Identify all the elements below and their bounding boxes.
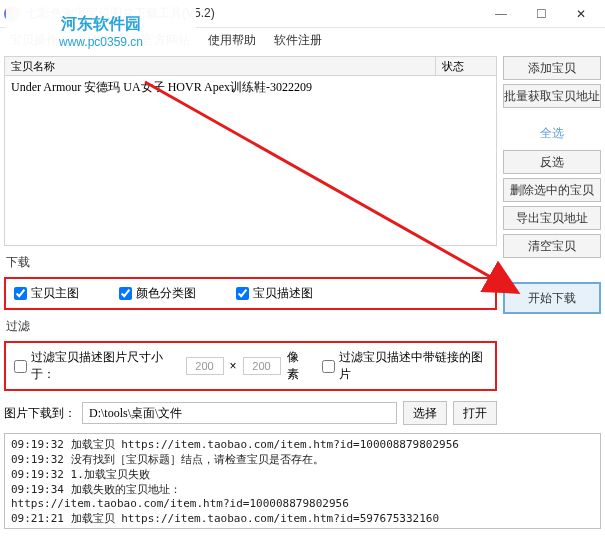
titlebar: 七彩色淘宝宝贝图片下载工具(V5.2) — ☐ ✕ [0, 0, 605, 28]
export-addresses-button[interactable]: 导出宝贝地址 [503, 206, 601, 230]
batch-get-button[interactable]: 批量获取宝贝地址 [503, 84, 601, 108]
column-status[interactable]: 状态 [436, 57, 496, 75]
path-label: 图片下载到： [4, 405, 76, 422]
checkbox-main-images[interactable]: 宝贝主图 [14, 285, 79, 302]
sidebar: 添加宝贝 批量获取宝贝地址 全选 反选 删除选中的宝贝 导出宝贝地址 清空宝贝 … [503, 56, 601, 425]
minimize-button[interactable]: — [481, 2, 521, 26]
item-list[interactable]: Under Armour 安德玛 UA女子 HOVR Apex训练鞋-30222… [4, 76, 497, 246]
select-path-button[interactable]: 选择 [403, 401, 447, 425]
checkbox-desc-images[interactable]: 宝贝描述图 [236, 285, 313, 302]
log-line: 09:19:34 加载失败的宝贝地址： [11, 483, 181, 496]
filter-section-label: 过滤 [4, 316, 497, 335]
menubar: 宝贝操作 关闭软件 官方网站 使用帮助 软件注册 [0, 28, 605, 52]
start-download-button[interactable]: 开始下载 [503, 282, 601, 314]
list-item[interactable]: Under Armour 安德玛 UA女子 HOVR Apex训练鞋-30222… [5, 76, 496, 99]
log-line: 09:21:22 Under Armour 安德玛 UA女子 HOVR Apex… [11, 527, 384, 529]
path-row: 图片下载到： 选择 打开 [4, 401, 497, 425]
invert-selection-button[interactable]: 反选 [503, 150, 601, 174]
menu-item-actions[interactable]: 宝贝操作 [10, 32, 58, 49]
list-header: 宝贝名称 状态 [4, 56, 497, 76]
window-title: 七彩色淘宝宝贝图片下载工具(V5.2) [26, 5, 481, 22]
download-section-label: 下载 [4, 252, 497, 271]
log-line: 09:19:32 没有找到［宝贝标题］结点，请检查宝贝是否存在。 [11, 453, 324, 466]
checkbox-color-images-input[interactable] [119, 287, 132, 300]
filter-options-box: 过滤宝贝描述图片尺寸小于： × 像素 过滤宝贝描述中带链接的图片 [4, 341, 497, 391]
maximize-button[interactable]: ☐ [521, 2, 561, 26]
app-icon [4, 6, 20, 22]
checkbox-filter-size-input[interactable] [14, 360, 27, 373]
menu-item-website[interactable]: 官方网站 [142, 32, 190, 49]
add-item-button[interactable]: 添加宝贝 [503, 56, 601, 80]
menu-item-close[interactable]: 关闭软件 [76, 32, 124, 49]
checkbox-filter-size[interactable]: 过滤宝贝描述图片尺寸小于： [14, 349, 180, 383]
times-label: × [230, 359, 237, 373]
log-line: https://item.taobao.com/item.htm?id=1000… [11, 497, 349, 510]
delete-selected-button[interactable]: 删除选中的宝贝 [503, 178, 601, 202]
close-button[interactable]: ✕ [561, 2, 601, 26]
checkbox-desc-images-input[interactable] [236, 287, 249, 300]
checkbox-filter-links[interactable]: 过滤宝贝描述中带链接的图片 [322, 349, 488, 383]
download-path-input[interactable] [82, 402, 397, 424]
download-options-box: 宝贝主图 颜色分类图 宝贝描述图 [4, 277, 497, 310]
checkbox-filter-links-input[interactable] [322, 360, 335, 373]
log-line: 09:19:32 1.加载宝贝失败 [11, 468, 150, 481]
menu-item-register[interactable]: 软件注册 [274, 32, 322, 49]
open-path-button[interactable]: 打开 [453, 401, 497, 425]
column-name[interactable]: 宝贝名称 [5, 57, 436, 75]
checkbox-main-images-input[interactable] [14, 287, 27, 300]
log-output[interactable]: 09:19:32 加载宝贝 https://item.taobao.com/it… [4, 433, 601, 529]
filter-height-input[interactable] [243, 357, 281, 375]
filter-width-input[interactable] [186, 357, 224, 375]
select-all-link[interactable]: 全选 [503, 122, 601, 146]
checkbox-color-images[interactable]: 颜色分类图 [119, 285, 196, 302]
menu-item-help[interactable]: 使用帮助 [208, 32, 256, 49]
pixel-label: 像素 [287, 349, 310, 383]
log-line: 09:19:32 加载宝贝 https://item.taobao.com/it… [11, 438, 459, 451]
clear-items-button[interactable]: 清空宝贝 [503, 234, 601, 258]
log-line: 09:21:21 加载宝贝 https://item.taobao.com/it… [11, 512, 439, 525]
